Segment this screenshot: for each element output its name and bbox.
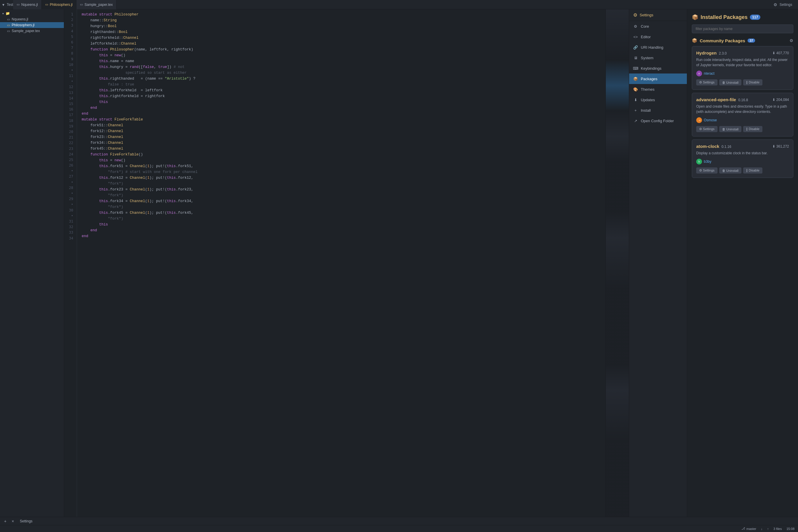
aof-disable-button[interactable]: ∥ Disable	[743, 126, 762, 132]
title-bar: ▾ Test ▭ Nqueens.jl ▭ Philosophers.jl ▭ …	[0, 0, 798, 10]
settings-item-keybindings[interactable]: ⌨ Keybindings	[629, 63, 687, 74]
themes-icon: 🎨	[633, 87, 638, 92]
branch-name: master	[746, 527, 756, 531]
aof-uninstall-button[interactable]: 🗑 Uninstall	[719, 126, 741, 132]
settings-item-uri-label: URI Handling	[641, 45, 663, 50]
search-input[interactable]	[692, 24, 793, 33]
close-tab-button[interactable]: ×	[10, 518, 16, 524]
clock-disable-button[interactable]: ∥ Disable	[743, 167, 762, 173]
hydrogen-author-avatar: n	[696, 71, 702, 76]
code-line: mutable struct FiveForkTable	[82, 117, 601, 122]
settings-item-uri[interactable]: 🔗 URI Handling	[629, 42, 687, 53]
code-line: this	[82, 222, 601, 228]
clock-name: atom-clock	[696, 144, 719, 149]
clock-name-group: atom-clock 0.1.16	[696, 144, 731, 149]
packages-panel-title: Installed Packages	[701, 14, 747, 20]
clock-download-icon: ⬇	[772, 145, 775, 149]
code-line: this.fork51 = Channel(1); put!(this.fork…	[82, 163, 601, 169]
settings-item-editor-label: Editor	[641, 35, 651, 39]
code-line: fork23::Channel	[82, 134, 601, 140]
clock-settings-button[interactable]: ⚙ Settings	[696, 167, 718, 173]
aof-description: Open and create files and directories ea…	[696, 104, 789, 114]
file-tree-item-nqueens[interactable]: ▭ Nqueens.jl	[0, 16, 64, 22]
file-tree-item-philosophers[interactable]: ▭ Philosophers.jl	[0, 22, 64, 28]
settings-item-system[interactable]: 🖥 System	[629, 53, 687, 63]
settings-item-install[interactable]: + Install	[629, 105, 687, 115]
settings-header: ⚙ Settings	[629, 10, 687, 21]
community-settings-gear-icon[interactable]: ⚙	[790, 38, 793, 43]
clock-uninstall-button[interactable]: 🗑 Uninstall	[719, 167, 741, 173]
file-icon: ▭	[17, 3, 20, 6]
file-tree-item-sample-paper[interactable]: ▭ Sample_paper.tex	[0, 28, 64, 34]
config-folder-icon: ↗	[633, 118, 638, 123]
hydrogen-name-group: Hydrogen 2.3.0	[696, 51, 726, 55]
aof-download-icon: ⬇	[772, 98, 775, 102]
aof-actions: ⚙ Settings 🗑 Uninstall ∥ Disable	[696, 126, 789, 132]
file-icon-sample: ▭	[7, 29, 10, 33]
code-line: end	[82, 233, 601, 239]
settings-item-updates[interactable]: ⬇ Updates	[629, 95, 687, 105]
file-icon-tex: ▭	[80, 3, 83, 6]
editor-icon: <>	[633, 34, 638, 39]
settings-item-keybindings-label: Keybindings	[641, 66, 662, 71]
hydrogen-author-name: nteract	[704, 72, 715, 76]
settings-item-core[interactable]: ⚙ Core	[629, 21, 687, 32]
hydrogen-disable-button[interactable]: ∥ Disable	[743, 79, 762, 86]
file-icon-philosophers: ▭	[7, 23, 10, 27]
hydrogen-name: Hydrogen	[696, 51, 717, 55]
code-line: this.fork23 = Channel(1); put!(this.fork…	[82, 187, 601, 192]
settings-item-themes[interactable]: 🎨 Themes	[629, 84, 687, 95]
code-line: this = new()	[82, 157, 601, 163]
code-line: mutable struct Philosopher	[82, 12, 601, 18]
settings-item-packages[interactable]: 📦 Packages	[629, 74, 687, 84]
code-line: this.rightforkheld = rightfork	[82, 93, 601, 99]
settings-item-core-label: Core	[641, 24, 649, 28]
tab-nqueens[interactable]: ▭ Nqueens.jl	[13, 0, 42, 10]
git-remove-status: ↑	[767, 527, 769, 531]
add-tab-button[interactable]: +	[2, 518, 8, 524]
tree-root-folder[interactable]: ▾ 📁	[0, 11, 64, 16]
hydrogen-settings-button[interactable]: ⚙ Settings	[696, 79, 718, 86]
main-container: ▾ 📁 ▭ Nqueens.jl ▭ Philosophers.jl ▭ Sam…	[0, 10, 798, 517]
settings-item-editor[interactable]: <> Editor	[629, 32, 687, 42]
hydrogen-downloads: ⬇ 407,770	[772, 51, 789, 55]
bottom-settings-tab[interactable]: Settings	[18, 518, 35, 524]
settings-gear-icon: ⚙	[633, 12, 637, 18]
code-line: this.fork12 = Channel(1); put!(this.fork…	[82, 175, 601, 181]
tab-philosophers[interactable]: ▭ Philosophers.jl	[42, 0, 76, 10]
file-tree: ▾ 📁 ▭ Nqueens.jl ▭ Philosophers.jl ▭ Sam…	[0, 10, 64, 517]
uri-icon: 🔗	[633, 45, 638, 50]
code-line: end	[82, 105, 601, 111]
aof-name-group: advanced-open-file 0.16.8	[696, 97, 748, 102]
minimap[interactable]	[606, 10, 629, 517]
code-line: fork51::Channel	[82, 122, 601, 128]
hydrogen-actions: ⚙ Settings 🗑 Uninstall ∥ Disable	[696, 79, 789, 86]
core-icon: ⚙	[633, 24, 638, 28]
total-packages-badge: 117	[750, 15, 760, 20]
code-line: "fork")	[82, 181, 601, 187]
code-content[interactable]: mutable struct Philosopher name::String …	[77, 10, 606, 517]
install-icon: +	[633, 108, 638, 113]
code-line: fork45::Channel	[82, 146, 601, 152]
settings-item-install-label: Install	[641, 108, 651, 113]
code-line: this.righthanded = (name == "Aristotle")…	[82, 76, 601, 82]
minimap-canvas	[606, 10, 629, 517]
hydrogen-uninstall-button[interactable]: 🗑 Uninstall	[719, 79, 741, 86]
code-line: this.fork45 = Channel(1); put!(this.fork…	[82, 210, 601, 216]
aof-author-avatar: ..o	[696, 117, 702, 123]
settings-item-config-folder[interactable]: ↗ Open Config Folder	[629, 115, 687, 126]
community-count-badge: 37	[747, 38, 755, 43]
community-packages-icon: 📦	[692, 38, 697, 43]
file-icon-nqueens: ▭	[7, 18, 10, 21]
code-container[interactable]: 12345678910•11•1213141516171819202122232…	[64, 10, 606, 517]
aof-settings-button[interactable]: ⚙ Settings	[696, 126, 718, 132]
code-line: fork34::Channel	[82, 140, 601, 146]
bottom-bar: + × Settings	[0, 517, 798, 525]
tab-sample-paper[interactable]: ▭ Sample_paper.tex	[76, 0, 117, 10]
community-packages-header: 📦 Community Packages 37 ⚙	[692, 38, 793, 43]
settings-icon: ⚙	[774, 2, 777, 7]
aof-version: 0.16.8	[738, 98, 748, 102]
package-card-atom-clock: atom-clock 0.1.16 ⬇ 361,272 Display a cu…	[692, 139, 793, 178]
community-packages-title-group: 📦 Community Packages 37	[692, 38, 755, 43]
folder-icon: 📁	[5, 12, 10, 16]
